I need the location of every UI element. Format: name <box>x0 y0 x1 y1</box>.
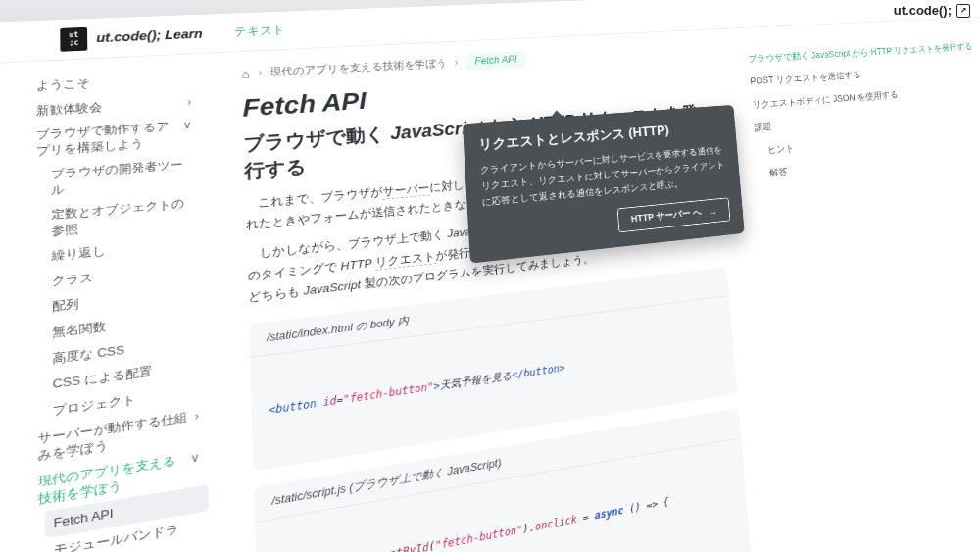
desktop-background: ut.code(); ↗ ut ;c ut.code(); Learn テキスト… <box>0 0 980 552</box>
site-brand[interactable]: ut.code(); Learn <box>96 26 203 44</box>
code-line: <button id="fetch-button">天気予報を見る</butto… <box>269 338 720 420</box>
breadcrumb-section-link[interactable]: 現代のアプリを支える技術を学ぼう <box>270 56 447 79</box>
tooltip-body: クライアントからサーバーに対しサービスを要求する通信をリクエスト、リクエストに対… <box>479 142 727 211</box>
chevron-down-icon: ∨ <box>190 449 200 467</box>
arrow-right-icon: → <box>709 206 717 216</box>
table-of-contents: ブラウザで動く JavaScript から HTTP リクエストを発行する PO… <box>727 17 980 193</box>
chevron-right-icon: › <box>194 408 199 425</box>
learn-site-page: ut ;c ut.code(); Learn テキスト ようこそ 新歓体験会 ›… <box>0 0 980 552</box>
utcode-site-link[interactable]: ut.code(); ↗ <box>894 3 970 18</box>
http-server-button[interactable]: HTTP サーバー へ → <box>617 198 731 233</box>
home-icon[interactable]: ⌂ <box>241 67 250 79</box>
external-link-icon: ↗ <box>956 4 970 18</box>
breadcrumb-current-chip[interactable]: Fetch API <box>465 51 527 70</box>
chevron-right-icon: › <box>187 94 192 110</box>
nav-link-text[interactable]: テキスト <box>234 23 285 39</box>
utcode-logo[interactable]: ut ;c <box>60 26 87 51</box>
perspective-scene: ut ;c ut.code(); Learn テキスト ようこそ 新歓体験会 ›… <box>0 0 980 552</box>
chevron-down-icon: ∨ <box>182 118 192 133</box>
tooltip-arrow-icon <box>550 110 564 119</box>
utcode-site-label: ut.code(); <box>894 3 952 18</box>
lesson-sidebar: ようこそ 新歓体験会 › ブラウザで動作するアプリを構築しよう ∨ ブラウザの開… <box>0 54 220 552</box>
breadcrumb-separator: › <box>454 57 458 68</box>
breadcrumb-separator: › <box>258 67 262 78</box>
lesson-content: ⌂ › 現代のアプリを支える技術を学ぼう › Fetch API Fetch A… <box>207 29 789 552</box>
